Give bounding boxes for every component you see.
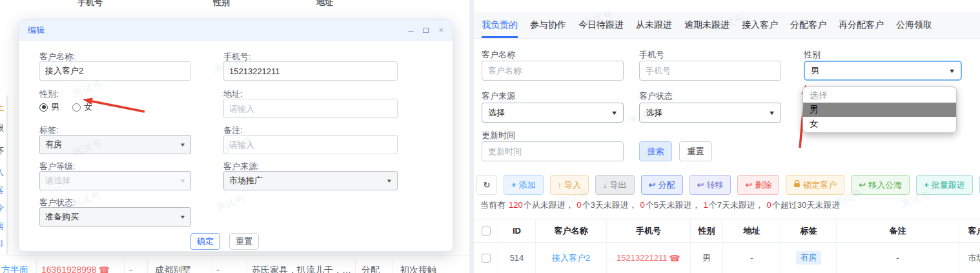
minimize-icon[interactable]: – [409, 27, 414, 34]
phone-field[interactable] [223, 61, 398, 81]
cell-source: 市场推广 [959, 243, 980, 273]
customer-name-link[interactable]: 接入客户2 [552, 252, 590, 264]
radio-dot-icon [39, 103, 48, 112]
move-to-sea-button[interactable]: ↩移入公海 [851, 175, 910, 195]
row-checkbox-cell [474, 243, 498, 273]
name-field[interactable] [39, 61, 191, 81]
tab-overdue[interactable]: 逾期未跟进 [684, 12, 730, 38]
source-select[interactable]: 市场推广▼ [223, 171, 398, 190]
dropdown-option-placeholder[interactable]: 选择 [803, 88, 956, 103]
window-controls: – × [409, 25, 444, 35]
remark-field[interactable] [223, 135, 398, 154]
filter-label-source: 客户来源 [482, 90, 624, 102]
transfer-button[interactable]: ↩转移 [689, 175, 731, 195]
chevron-down-icon: ▼ [386, 178, 393, 184]
tab-bar: 我负责的 参与协作 今日待跟进 从未跟进 逾期未跟进 接入客户 分配客户 再分配… [474, 12, 980, 39]
count-3day: 0 [577, 200, 581, 210]
customer-table: ID 客户名称 手机号 性别 地址 标签 备注 客户来源 514 接入客户2 1… [474, 219, 980, 273]
column-divider [355, 259, 356, 273]
select-all-checkbox[interactable] [482, 227, 491, 236]
confirm-button[interactable]: 确定 [190, 233, 220, 250]
refresh-button[interactable]: ↻ [476, 175, 497, 195]
chevron-down-icon: ▼ [179, 214, 186, 220]
tab-collaboration[interactable]: 参与协作 [530, 12, 566, 38]
edge-fragment: 环 [0, 145, 4, 157]
plus-icon: + [511, 180, 516, 190]
count-never: 120 [509, 200, 523, 210]
edge-fragment: 客 [0, 185, 4, 196]
search-button[interactable]: 搜索 [639, 141, 672, 161]
header-address: 地址 [723, 219, 781, 242]
source-filter-select[interactable]: 选择▼ [482, 103, 624, 123]
edge-fragment: 限 [0, 123, 4, 134]
dialog-title: 编辑 [28, 25, 45, 36]
filter-name-input[interactable] [482, 61, 624, 81]
reset-button[interactable]: 重置 [229, 233, 259, 250]
upload-icon: ↑ [558, 180, 562, 190]
column-divider [212, 259, 212, 273]
edge-fragment: 引 [0, 238, 4, 250]
phone-icon: ☎ [99, 265, 110, 273]
gender-radio-group: 男 女 [39, 101, 105, 113]
cell-remark: 苏氏家具，扒流儿干，… [252, 265, 351, 273]
refresh-icon: ↻ [484, 180, 491, 190]
cell-empty: - [216, 265, 219, 273]
background-table-row: 方半面 16361928998☎ - 成都别墅 - 苏氏家具，扒流儿干，… 分配… [0, 256, 469, 273]
batch-followup-button[interactable]: +批量跟进 [916, 175, 973, 195]
filter-label-name: 客户名称 [482, 49, 624, 61]
status-filter-select[interactable]: 选择▼ [639, 103, 781, 123]
chevron-down-icon: ▼ [179, 178, 186, 184]
status-select[interactable]: 准备购买▼ [39, 207, 191, 227]
import-button[interactable]: ↑导入 [550, 175, 589, 195]
cell-address: 成都别墅 [155, 265, 191, 273]
radio-female[interactable]: 女 [72, 101, 92, 113]
bg-column-header: 手机号 [77, 0, 103, 8]
customer-name-link[interactable]: 方半面 [1, 265, 28, 273]
column-divider [36, 259, 37, 273]
dropdown-option-male[interactable]: 男 [803, 103, 956, 117]
tab-incoming[interactable]: 接入客户 [742, 12, 778, 38]
edge-fragment: 南 [0, 220, 4, 232]
dropdown-option-female[interactable]: 女 [803, 117, 956, 131]
reset-filter-button[interactable]: 重置 [679, 141, 712, 161]
tag-select[interactable]: 有房▼ [39, 135, 191, 154]
edge-fragment: 入 [0, 167, 4, 178]
export-button[interactable]: ↓导出 [595, 175, 635, 195]
maximize-icon[interactable] [423, 28, 429, 33]
lock-customer-button[interactable]: 锁定客户 [786, 175, 844, 195]
close-icon[interactable]: × [438, 25, 444, 35]
dialog-titlebar[interactable]: 编辑 – × [19, 20, 453, 41]
right-browser-panel: 我负责的 参与协作 今日待跟进 从未跟进 逾期未跟进 接入客户 分配客户 再分配… [474, 0, 980, 273]
count-5day: 0 [640, 200, 644, 210]
reply-arrow-icon: ↩ [745, 180, 752, 190]
tab-never-followed[interactable]: 从未跟进 [636, 12, 672, 38]
add-button[interactable]: +添加 [504, 175, 544, 195]
cell-assign: 分配 [362, 265, 380, 273]
filter-label-phone: 手机号 [639, 49, 781, 61]
tab-public-sea[interactable]: 公海领取 [896, 12, 932, 38]
gender-select[interactable]: 男▼ [804, 61, 962, 81]
address-field[interactable] [223, 99, 398, 118]
tab-my-customers[interactable]: 我负责的 [482, 12, 518, 38]
reply-arrow-icon: ↩ [859, 180, 866, 190]
reply-arrow-icon: ↩ [697, 180, 704, 190]
delete-button[interactable]: ↩删除 [737, 175, 779, 195]
download-icon: ↓ [603, 180, 607, 190]
field-label-gender: 性别: [39, 88, 191, 100]
assign-button[interactable]: ↩分配 [641, 175, 683, 195]
level-select[interactable]: 请选择▼ [39, 171, 191, 190]
column-divider [393, 259, 393, 273]
row-checkbox[interactable] [482, 254, 491, 263]
tab-assigned[interactable]: 分配客户 [790, 12, 826, 38]
tab-reassigned[interactable]: 再分配客户 [839, 12, 884, 38]
filter-updated-input[interactable] [482, 141, 624, 161]
tab-today-followup[interactable]: 今日待跟进 [578, 12, 624, 38]
cell-id: 514 [498, 243, 536, 273]
filter-phone-input[interactable] [639, 61, 781, 81]
gender-dropdown-list: 选择 男 女 [802, 86, 957, 133]
page-edge-divider [6, 96, 8, 254]
chevron-down-icon: ▼ [948, 68, 955, 74]
plus-icon: + [924, 180, 929, 190]
radio-male[interactable]: 男 [39, 101, 59, 113]
header-id: ID [498, 219, 536, 242]
